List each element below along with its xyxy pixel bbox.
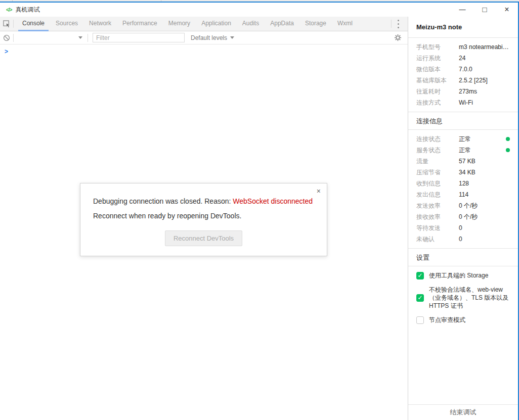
tab-audits[interactable]: Audits <box>238 17 263 31</box>
info-row: 流量 57 KB <box>416 156 510 167</box>
info-value: 正常 <box>459 135 503 144</box>
tab-storage[interactable]: Storage <box>301 17 330 31</box>
info-row: 发出信息 114 <box>416 189 510 200</box>
info-label: 基础库版本 <box>416 76 459 85</box>
end-debug-button[interactable]: 结束调试 <box>408 404 518 420</box>
execution-context-dropdown[interactable] <box>14 31 88 44</box>
tab-appdata[interactable]: AppData <box>266 17 298 31</box>
info-row: 服务状态 正常 <box>416 145 510 156</box>
tab-wxml[interactable]: Wxml <box>333 17 357 31</box>
info-row: 往返耗时 273ms <box>416 86 510 97</box>
gear-icon[interactable] <box>391 31 404 44</box>
info-value: 128 <box>459 180 510 187</box>
info-label: 流量 <box>416 157 459 166</box>
device-info-list: 手机型号 m3 notearmeabi… 运行系统 24 微信版本 7.0.0 … <box>408 38 518 112</box>
maximize-button[interactable]: □ <box>473 3 496 17</box>
checkbox[interactable] <box>416 272 424 279</box>
info-label: 发送效率 <box>416 202 459 210</box>
info-label: 等待发送 <box>416 224 459 232</box>
info-label: 发出信息 <box>416 191 459 199</box>
tab-network[interactable]: Network <box>85 17 115 31</box>
log-levels-dropdown[interactable]: Default levels <box>191 34 234 41</box>
dialog-reason-text: WebSocket disconnected <box>233 197 313 205</box>
setting-node-inspect-mode[interactable]: 节点审查模式 <box>416 316 510 324</box>
tab-sources[interactable]: Sources <box>52 17 82 31</box>
info-value: 0 <box>459 224 510 231</box>
tab-console[interactable]: Console <box>18 17 49 31</box>
code-brackets-icon: </> <box>6 7 12 13</box>
setting-label: 节点审查模式 <box>429 316 465 324</box>
window-title: 真机调试 <box>15 6 39 14</box>
window-controls: — □ × <box>451 3 518 17</box>
info-value: 2.5.2 [225] <box>459 77 510 84</box>
tab-performance[interactable]: Performance <box>118 17 161 31</box>
info-label: 往返耗时 <box>416 87 459 96</box>
setting-label: 不校验合法域名、web-view（业务域名）、TLS 版本以及 HTTPS 证书 <box>429 286 510 310</box>
chevron-down-icon <box>78 36 82 39</box>
info-row: 压缩节省 34 KB <box>416 167 510 178</box>
disconnect-dialog: × Debugging connection was closed. Reaso… <box>80 183 327 256</box>
connection-info-list: 连接状态 正常 服务状态 正常 流量 57 KB 压缩节省 34 KB <box>408 130 518 248</box>
info-value: 273ms <box>459 88 510 95</box>
background-strip <box>0 0 519 2</box>
info-row: 运行系统 24 <box>416 53 510 64</box>
checkbox[interactable] <box>416 316 424 324</box>
info-value: 57 KB <box>459 158 510 165</box>
info-value: 正常 <box>459 146 503 155</box>
tab-list: Console Sources Network Performance Memo… <box>17 17 391 31</box>
info-value: 0 个/秒 <box>459 213 510 221</box>
device-sidebar: Meizu-m3 note 手机型号 m3 notearmeabi… 运行系统 … <box>408 17 518 420</box>
info-value: m3 notearmeabi… <box>459 43 510 51</box>
divider <box>88 34 88 42</box>
console-input-row[interactable]: > <box>0 44 408 55</box>
settings-section-title: 设置 <box>408 248 518 266</box>
reconnect-devtools-button[interactable]: Reconnect DevTools <box>165 230 242 246</box>
console-toolbar: Default levels <box>0 31 408 44</box>
info-label: 收到信息 <box>416 179 459 188</box>
minimize-button[interactable]: — <box>451 3 473 17</box>
dialog-button-row: Reconnect DevTools <box>93 230 314 246</box>
clear-console-icon[interactable] <box>0 31 13 44</box>
device-name: Meizu-m3 note <box>408 17 518 38</box>
status-dot <box>506 137 510 141</box>
info-row: 连接状态 正常 <box>416 133 510 145</box>
info-value: 114 <box>459 191 510 198</box>
info-label: 压缩节省 <box>416 168 459 177</box>
info-value: 24 <box>459 55 510 62</box>
titlebar: </> 真机调试 — □ × <box>0 3 518 17</box>
tab-application[interactable]: Application <box>197 17 235 31</box>
chevron-down-icon <box>230 36 234 39</box>
dialog-close-icon[interactable]: × <box>317 188 321 195</box>
info-label: 连接方式 <box>416 99 459 107</box>
info-row: 接收效率 0 个/秒 <box>416 211 510 222</box>
kebab-menu-icon[interactable] <box>392 17 405 30</box>
setting-skip-domain-check[interactable]: 不校验合法域名、web-view（业务域名）、TLS 版本以及 HTTPS 证书 <box>416 286 510 310</box>
info-label: 连接状态 <box>416 135 459 144</box>
checkbox[interactable] <box>416 294 424 302</box>
close-button[interactable]: × <box>496 3 518 17</box>
divider <box>13 20 14 28</box>
console-prompt-icon: > <box>5 48 8 55</box>
filter-input[interactable] <box>93 33 185 42</box>
info-value: 0 <box>459 236 510 243</box>
sidebar-spacer <box>408 330 518 404</box>
info-row: 手机型号 m3 notearmeabi… <box>416 41 510 53</box>
inspect-element-icon[interactable] <box>0 17 13 30</box>
info-label: 微信版本 <box>416 65 459 74</box>
info-value: 7.0.0 <box>459 66 510 73</box>
tab-memory[interactable]: Memory <box>164 17 194 31</box>
info-row: 未确认 0 <box>416 234 510 245</box>
setting-label: 使用工具端的 Storage <box>429 271 488 279</box>
info-value: 0 个/秒 <box>459 202 510 210</box>
devtools-tabbar: Console Sources Network Performance Memo… <box>0 17 408 31</box>
info-row: 发送效率 0 个/秒 <box>416 200 510 211</box>
settings-list: 使用工具端的 Storage 不校验合法域名、web-view（业务域名）、TL… <box>408 266 518 330</box>
connection-section-title: 连接信息 <box>408 112 518 130</box>
info-label: 手机型号 <box>416 43 459 52</box>
dialog-message-prefix: Debugging connection was closed. Reason: <box>93 197 233 205</box>
info-value: Wi-Fi <box>459 99 510 106</box>
dialog-message-line2: Reconnect when ready by reopening DevToo… <box>93 212 314 220</box>
info-label: 接收效率 <box>416 213 459 221</box>
info-row: 收到信息 128 <box>416 178 510 189</box>
setting-use-tool-storage[interactable]: 使用工具端的 Storage <box>416 271 510 279</box>
